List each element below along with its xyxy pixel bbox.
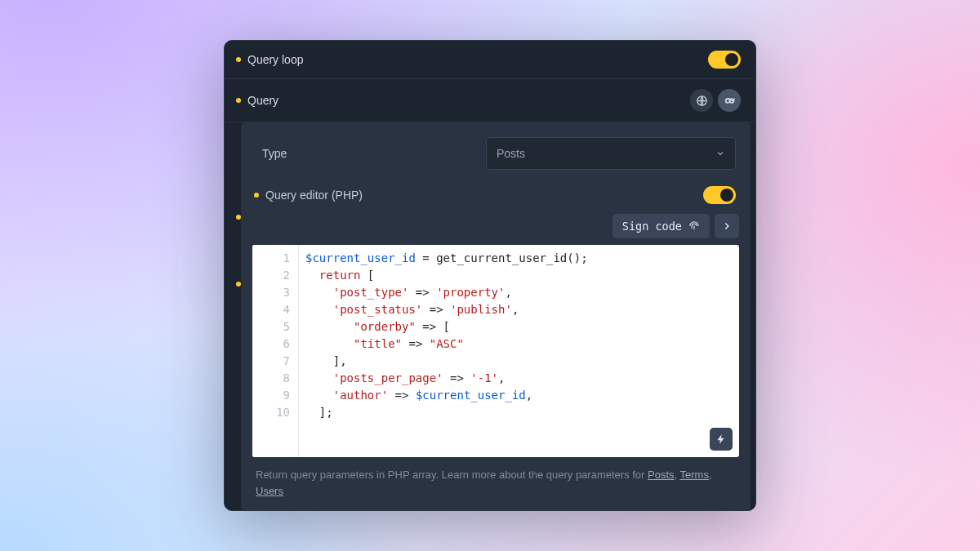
toggle-knob	[725, 53, 738, 66]
code-token: ],	[305, 354, 347, 367]
code-token: "title"	[354, 337, 402, 350]
query-sub-panel: Type Posts Query editor (PHP)	[241, 122, 751, 511]
help-link[interactable]: Terms	[680, 469, 709, 481]
toggle-knob	[720, 189, 733, 202]
code-token: $current_user_id	[305, 251, 416, 264]
line-number-gutter: 12345678910	[252, 245, 299, 457]
code-token: ();	[567, 251, 587, 264]
query-label: Query	[247, 94, 278, 107]
lightning-icon	[715, 433, 727, 445]
line-number: 1	[252, 250, 290, 267]
code-token: =>	[443, 371, 471, 384]
code-token: ];	[305, 406, 333, 419]
code-editor[interactable]: 12345678910 $current_user_id = get_curre…	[252, 245, 739, 457]
code-token: 'author'	[333, 389, 388, 402]
modified-dot-icon	[254, 193, 259, 198]
code-token: return	[319, 269, 361, 282]
query-loop-toggle[interactable]	[708, 51, 741, 69]
type-select-value: Posts	[497, 147, 525, 160]
infinity-icon	[723, 94, 737, 108]
code-token	[305, 371, 333, 384]
code-token: 'post_status'	[333, 303, 423, 316]
code-token: ,	[512, 303, 519, 316]
query-loop-row: Query loop	[225, 41, 755, 79]
code-token: =>	[388, 389, 416, 402]
code-token	[305, 320, 354, 333]
line-number: 6	[252, 335, 290, 353]
query-row: Query	[225, 79, 755, 122]
settings-panel: Query loop Query	[224, 40, 756, 511]
sign-code-label: Sign code	[622, 220, 682, 233]
code-token: 'posts_per_page'	[333, 371, 443, 384]
query-loop-label: Query loop	[247, 53, 303, 66]
line-number: 9	[252, 387, 290, 404]
line-number: 2	[252, 267, 290, 284]
code-line: $current_user_id = get_current_user_id()…	[305, 250, 588, 267]
type-field-label: Type	[262, 147, 287, 160]
code-token	[305, 269, 319, 282]
code-area[interactable]: $current_user_id = get_current_user_id()…	[299, 245, 596, 457]
modified-dot-icon	[236, 215, 241, 220]
line-number: 3	[252, 284, 290, 301]
code-token	[305, 286, 333, 299]
code-token: 'publish'	[450, 303, 512, 316]
code-line: ];	[305, 404, 588, 421]
help-text: Return query parameters in PHP array. Le…	[252, 457, 739, 499]
query-editor-toggle[interactable]	[703, 186, 736, 204]
code-token: [	[360, 269, 374, 282]
code-token: '-1'	[470, 371, 498, 384]
type-field-row: Type Posts	[252, 132, 739, 181]
query-editor-row: Query editor (PHP)	[252, 181, 739, 214]
code-token: =>	[402, 337, 430, 350]
code-token: get_current_user_id	[436, 251, 567, 264]
modified-dot-icon	[236, 98, 241, 103]
code-line: ],	[305, 353, 588, 370]
sign-code-button[interactable]: Sign code	[612, 214, 710, 238]
code-line: 'posts_per_page' => '-1',	[305, 370, 588, 387]
ai-assist-button[interactable]	[710, 428, 733, 451]
code-token: ,	[505, 286, 511, 299]
help-link[interactable]: Posts	[648, 469, 675, 481]
code-token	[305, 337, 354, 350]
code-token: =>	[422, 303, 450, 316]
code-token: => [	[416, 320, 450, 333]
help-link[interactable]: Users	[256, 485, 283, 497]
code-token: "orderby"	[354, 320, 416, 333]
code-token: =	[416, 251, 436, 264]
infinity-button[interactable]	[718, 89, 741, 112]
line-number: 10	[252, 404, 290, 421]
type-select[interactable]: Posts	[486, 137, 736, 170]
code-line: "title" => "ASC"	[305, 335, 588, 353]
globe-button[interactable]	[690, 89, 713, 112]
code-token: "ASC"	[430, 337, 464, 350]
code-token: 'post_type'	[333, 286, 409, 299]
code-token: $current_user_id	[416, 389, 526, 402]
code-line: 'post_type' => 'property',	[305, 284, 588, 301]
code-token	[305, 389, 333, 402]
globe-icon	[696, 95, 708, 107]
code-line: 'post_status' => 'publish',	[305, 301, 588, 318]
help-text-body: Return query parameters in PHP array. Le…	[256, 469, 648, 481]
expand-editor-button[interactable]	[715, 214, 739, 238]
code-token	[305, 303, 333, 316]
line-number: 4	[252, 301, 290, 318]
line-number: 5	[252, 318, 290, 335]
modified-dot-icon	[236, 282, 241, 287]
chevron-right-icon	[721, 220, 733, 232]
chevron-down-icon	[715, 149, 725, 158]
code-token: 'property'	[436, 286, 505, 299]
code-token: ,	[498, 371, 505, 384]
editor-toolbar: Sign code	[252, 214, 739, 245]
line-number: 7	[252, 353, 290, 370]
code-token: =>	[408, 286, 436, 299]
query-editor-label: Query editor (PHP)	[265, 189, 363, 202]
line-number: 8	[252, 370, 290, 387]
code-token: ,	[526, 389, 532, 402]
code-line: return [	[305, 267, 588, 284]
code-line: 'author' => $current_user_id,	[305, 387, 588, 404]
code-line: "orderby" => [	[305, 318, 588, 335]
modified-dot-icon	[236, 57, 241, 62]
fingerprint-icon	[688, 220, 700, 232]
